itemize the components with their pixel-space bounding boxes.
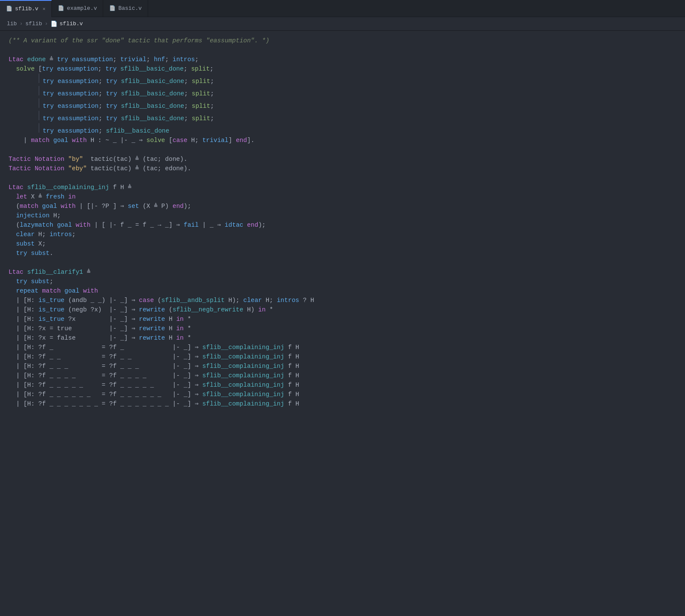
code-text: idtac (225, 220, 244, 230)
code-text: tactic(tac) ≜ (tac; edone). (87, 164, 191, 173)
code-text (27, 277, 31, 286)
code-line: | [H: ?x = false |- _] ⇒ rewrite H in * (0, 333, 685, 343)
code-text: H : ~ _ |- _ ⇒ (87, 136, 146, 145)
code-line: | [H: ?f _ _ _ _ _ _ _ = ?f _ _ _ _ _ _ … (0, 399, 685, 409)
code-text (9, 230, 16, 239)
code-text: ? H (299, 296, 314, 305)
code-text: try (105, 64, 116, 74)
code-text: try (43, 101, 54, 111)
code-text (54, 126, 58, 136)
tab-example[interactable]: 📄 example.v (52, 0, 103, 17)
code-text: (X ≜ P) (139, 201, 173, 211)
code-text (50, 136, 54, 145)
code-text: | [H: (9, 314, 39, 324)
code-text (117, 114, 121, 123)
code-text: sflib__complaining_inj (203, 352, 284, 361)
code-text: in (68, 192, 75, 201)
code-text: set (128, 201, 139, 211)
code-text: split (192, 77, 211, 86)
code-text: lazymatch (20, 220, 53, 230)
code-line: Tactic Notation "by" tactic(tac) ≜ (tac;… (0, 154, 685, 164)
code-text (9, 249, 16, 258)
vbar (39, 123, 39, 133)
code-text (9, 211, 16, 220)
code-text: try (106, 114, 117, 123)
code-line: try eassumption; sflib__basic_done (0, 123, 685, 136)
code-text: | [H: ?f _ _ _ _ _ _ _ = ?f _ _ _ _ _ _ … (9, 399, 203, 409)
code-line: | match goal with H : ~ _ |- _ ⇒ solve [… (0, 136, 685, 145)
code-text: ; (210, 64, 214, 74)
code-text: try (43, 89, 54, 98)
code-text: H (165, 324, 176, 333)
tab-close-sflib[interactable]: ✕ (43, 6, 46, 12)
code-text: injection (16, 211, 49, 220)
code-text: ; (98, 77, 106, 86)
vbar (39, 111, 39, 120)
code-text: "by" (68, 154, 83, 164)
code-text: clear (16, 230, 35, 239)
code-text: | [H: (9, 305, 39, 314)
code-text: sflib__basic_done (121, 77, 184, 86)
file-icon-basic: 📄 (109, 5, 116, 12)
code-text: rewrite (139, 324, 165, 333)
code-text (116, 64, 120, 74)
code-text: trivial (120, 55, 146, 64)
code-text: sflib__basic_done (120, 64, 184, 74)
code-text (65, 192, 68, 201)
code-text (53, 64, 57, 74)
code-text: ; (184, 64, 191, 74)
code-line: try eassumption; try sflib__basic_done; … (0, 74, 685, 86)
code-line: | [H: is_true (andb _ _) |- _] ⇒ case (s… (0, 296, 685, 305)
code-text: sflib__complaining_inj (203, 361, 284, 371)
code-line: injection H; (0, 211, 685, 220)
code-text: H (165, 333, 176, 343)
code-text: split (191, 64, 210, 74)
code-text: subst (16, 239, 35, 249)
code-text: ; (165, 55, 173, 64)
code-text: Ltac (9, 267, 27, 277)
code-text: try (43, 114, 54, 123)
code-text: Tactic Notation (9, 164, 68, 173)
code-text (117, 101, 121, 111)
code-text: ; (98, 126, 106, 136)
code-text: ] (229, 136, 236, 145)
code-text: ; (72, 230, 76, 239)
code-line: Tactic Notation "eby" tactic(tac) ≜ (tac… (0, 164, 685, 173)
code-text: ≜ (83, 267, 90, 277)
code-text: intros (173, 55, 195, 64)
code-text: is_true (39, 305, 65, 314)
code-text: ; (195, 55, 199, 64)
code-line (0, 173, 685, 183)
code-text: try (106, 89, 117, 98)
file-icon-example: 📄 (58, 5, 64, 12)
code-text (61, 286, 65, 296)
code-text: (andb _ _) |- _] ⇒ (65, 296, 139, 305)
code-text: f H (284, 390, 299, 399)
code-text: ; (98, 64, 105, 74)
code-text (53, 220, 57, 230)
code-text: (negb ?x) |- _] ⇒ (65, 305, 139, 314)
code-text: goal (42, 201, 57, 211)
code-text: sflib__complaining_inj (27, 183, 109, 192)
code-text: sflib__andb_split (161, 296, 225, 305)
code-text: hnf (154, 55, 165, 64)
code-text: try (42, 64, 53, 74)
code-text: end (236, 136, 247, 145)
code-text: eassumption (57, 77, 98, 86)
code-text (9, 64, 16, 74)
code-text: in (176, 314, 184, 324)
code-text: try (57, 55, 68, 64)
code-text: with (72, 136, 87, 145)
code-line (0, 45, 685, 55)
code-text: | [H: ?f _ _ _ _ _ _ = ?f _ _ _ _ _ _ |-… (9, 390, 203, 399)
code-text: ( (9, 220, 20, 230)
tab-sflib[interactable]: 📄 sflib.v ✕ (0, 0, 52, 17)
code-text: split (192, 89, 211, 98)
code-text: H; (262, 296, 277, 305)
tab-basic[interactable]: 📄 Basic.v (103, 0, 148, 17)
code-line: try eassumption; try sflib__basic_done; … (0, 98, 685, 111)
code-text: trivial (203, 136, 229, 145)
kw: Ltac (9, 55, 27, 64)
breadcrumb-sflib: sflib (25, 21, 42, 27)
code-text: clear (243, 296, 262, 305)
